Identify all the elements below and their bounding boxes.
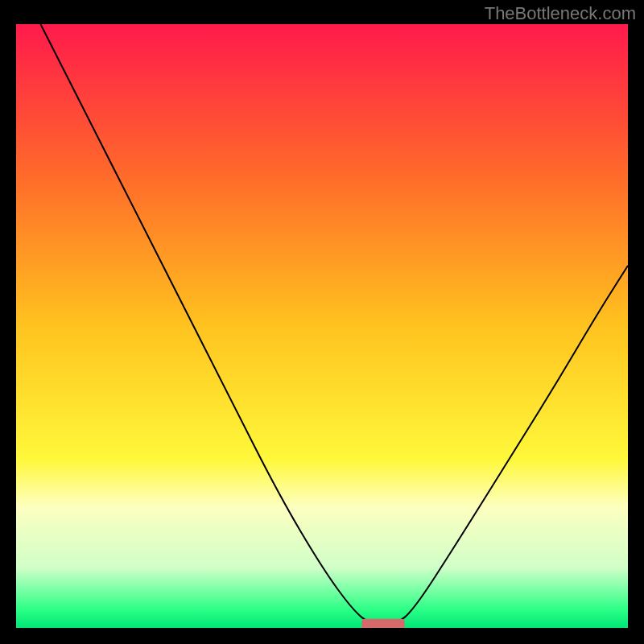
chart-container (16, 24, 628, 628)
watermark-text: TheBottleneck.com (485, 3, 636, 24)
optimal-marker (361, 619, 404, 628)
bottleneck-chart (16, 24, 628, 628)
gradient-background (16, 24, 628, 628)
